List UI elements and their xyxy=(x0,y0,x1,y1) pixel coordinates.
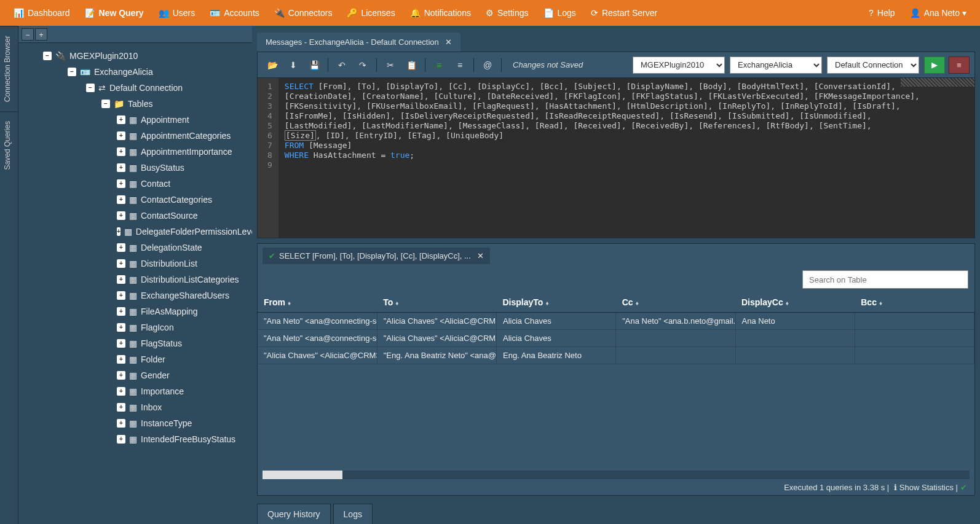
tree-table-item[interactable]: +▦Inbox xyxy=(18,399,252,415)
undo-button[interactable]: ↶ xyxy=(332,57,352,74)
tree-connection[interactable]: −⇄Default Connection xyxy=(18,80,252,96)
column-header[interactable]: Bcc♦ xyxy=(855,292,974,313)
result-tab[interactable]: ✔ SELECT [From], [To], [DisplayTo], [Cc]… xyxy=(263,248,490,264)
tree-table-item[interactable]: +▦FileAsMapping xyxy=(18,303,252,319)
expand-icon[interactable]: + xyxy=(117,291,125,300)
tree-table-item[interactable]: +▦ContactCategories xyxy=(18,192,252,208)
nav-users[interactable]: 👥Users xyxy=(151,0,203,26)
expand-icon[interactable]: + xyxy=(117,131,125,140)
expand-icon[interactable]: + xyxy=(117,147,125,156)
tree-table-item[interactable]: +▦Folder xyxy=(18,351,252,367)
collapse-icon[interactable]: − xyxy=(68,68,76,76)
close-icon[interactable]: ✕ xyxy=(445,37,452,47)
tree-table-item[interactable]: +▦DistributionListCategories xyxy=(18,272,252,287)
tree-table-item[interactable]: +▦DistributionList xyxy=(18,256,252,272)
nav-logs[interactable]: 📄Logs xyxy=(536,0,583,26)
tree-table-item[interactable]: +▦Contact xyxy=(18,176,252,192)
at-button[interactable]: @ xyxy=(478,57,497,74)
side-tab-saved-queries[interactable]: Saved Queries xyxy=(0,111,18,179)
table-row[interactable]: "Ana Neto" <ana@connecting-soft"Alicia C… xyxy=(258,313,974,330)
tree-table-item[interactable]: +▦BusyStatus xyxy=(18,160,252,176)
redo-button[interactable]: ↷ xyxy=(353,57,373,74)
tree-table-item[interactable]: +▦DelegationState xyxy=(18,240,252,256)
scroll-thumb[interactable] xyxy=(263,471,342,479)
open-button[interactable]: 📂 xyxy=(263,57,282,74)
show-statistics-link[interactable]: Show Statistics xyxy=(899,483,954,492)
account-select[interactable]: ExchangeAlicia xyxy=(730,57,822,74)
horizontal-scrollbar[interactable] xyxy=(263,471,970,479)
connector-select[interactable]: MGEXPlugin2010 xyxy=(633,57,725,74)
tree-table-item[interactable]: +▦Appointment xyxy=(18,112,252,128)
column-header[interactable]: DisplayTo♦ xyxy=(497,292,616,313)
expand-icon[interactable]: + xyxy=(117,259,125,268)
code-area[interactable]: SELECT [From], [To], [DisplayTo], [Cc], … xyxy=(279,78,974,238)
expand-icon[interactable]: + xyxy=(117,307,125,316)
cut-button[interactable]: ✂ xyxy=(381,57,400,74)
tree-table-item[interactable]: +▦InstanceType xyxy=(18,415,252,431)
nav-dashboard[interactable]: 📊Dashboard xyxy=(6,0,77,26)
expand-icon[interactable]: + xyxy=(117,163,125,172)
nav-connectors[interactable]: 🔌Connectors xyxy=(267,0,340,26)
align-left-button[interactable]: ≡ xyxy=(429,57,449,74)
nav-new-query[interactable]: 📝New Query xyxy=(77,0,151,26)
column-header[interactable]: Cc♦ xyxy=(616,292,735,313)
nav-restart[interactable]: ⟳Restart Server xyxy=(583,0,665,26)
tree-table-item[interactable]: +▦FlagStatus xyxy=(18,335,252,351)
table-row[interactable]: "Alicia Chaves" <AliciaC@CRM31"Eng. Ana … xyxy=(258,347,974,364)
expand-icon[interactable]: + xyxy=(117,323,125,332)
expand-icon[interactable]: + xyxy=(117,371,125,380)
table-row[interactable]: "Ana Neto" <ana@connecting-soft"Alicia C… xyxy=(258,330,974,347)
expand-icon[interactable]: + xyxy=(117,435,125,444)
tree-tables-folder[interactable]: −📁Tables xyxy=(18,96,252,112)
side-tab-connection-browser[interactable]: Connection Browser xyxy=(0,26,18,111)
add-button[interactable]: + xyxy=(35,28,47,41)
nav-licenses[interactable]: 🔑Licenses xyxy=(339,0,402,26)
tree-table-item[interactable]: +▦AppointmentCategories xyxy=(18,128,252,144)
collapse-icon[interactable]: − xyxy=(101,100,110,108)
collapse-icon[interactable]: − xyxy=(43,52,52,60)
nav-settings[interactable]: ⚙Settings xyxy=(478,0,536,26)
tree-table-item[interactable]: +▦FlagIcon xyxy=(18,319,252,335)
nav-accounts[interactable]: 🪪Accounts xyxy=(202,0,267,26)
query-tab[interactable]: Messages - ExchangeAlicia - Default Conn… xyxy=(257,33,460,52)
download-button[interactable]: ⬇ xyxy=(283,57,303,74)
expand-icon[interactable]: + xyxy=(117,243,125,252)
expand-icon[interactable]: + xyxy=(117,419,125,428)
nav-notifications[interactable]: 🔔Notifications xyxy=(403,0,478,26)
tree-table-item[interactable]: +▦IntendedFreeBusyStatus xyxy=(18,431,252,447)
align-right-button[interactable]: ≡ xyxy=(450,57,470,74)
save-button[interactable]: 💾 xyxy=(304,57,324,74)
expand-icon[interactable]: + xyxy=(117,179,125,188)
tree-root[interactable]: −🔌MGEXPlugin2010 xyxy=(18,48,252,64)
tree-table-item[interactable]: +▦AppointmentImportance xyxy=(18,144,252,160)
copy-button[interactable]: 📋 xyxy=(401,57,421,74)
tree-table-item[interactable]: +▦DelegateFolderPermissionLevel xyxy=(18,224,252,240)
run-button[interactable]: ▶ xyxy=(924,57,945,74)
tree-account[interactable]: −🪪ExchangeAlicia xyxy=(18,64,252,80)
expand-icon[interactable]: + xyxy=(117,355,125,364)
collapse-button[interactable]: − xyxy=(22,28,34,41)
column-header[interactable]: DisplayCc♦ xyxy=(735,292,855,313)
column-header[interactable]: From♦ xyxy=(258,292,377,313)
expand-icon[interactable]: + xyxy=(117,115,125,124)
expand-icon[interactable]: + xyxy=(117,227,121,236)
tree-table-item[interactable]: +▦Gender xyxy=(18,367,252,383)
sql-editor[interactable]: 123456789 SELECT [From], [To], [DisplayT… xyxy=(258,78,974,238)
tab-logs[interactable]: Logs xyxy=(333,504,373,524)
expand-icon[interactable]: + xyxy=(117,339,125,348)
table-search-input[interactable] xyxy=(802,270,968,289)
tree-table-item[interactable]: +▦ContactSource xyxy=(18,208,252,224)
column-header[interactable]: To♦ xyxy=(377,292,496,313)
expand-icon[interactable]: + xyxy=(117,387,125,396)
expand-icon[interactable]: + xyxy=(117,195,125,204)
tab-query-history[interactable]: Query History xyxy=(257,504,331,524)
connection-select[interactable]: Default Connection xyxy=(827,57,919,74)
expand-icon[interactable]: + xyxy=(117,211,125,220)
collapse-icon[interactable]: − xyxy=(86,84,95,92)
close-icon[interactable]: ✕ xyxy=(477,251,484,260)
nav-user-menu[interactable]: 👤Ana Neto▾ xyxy=(903,0,974,26)
tree-table-item[interactable]: +▦ExchangeSharedUsers xyxy=(18,287,252,303)
nav-help[interactable]: ?Help xyxy=(861,0,903,26)
expand-icon[interactable]: + xyxy=(117,403,125,412)
stop-button[interactable]: ■ xyxy=(949,57,970,74)
